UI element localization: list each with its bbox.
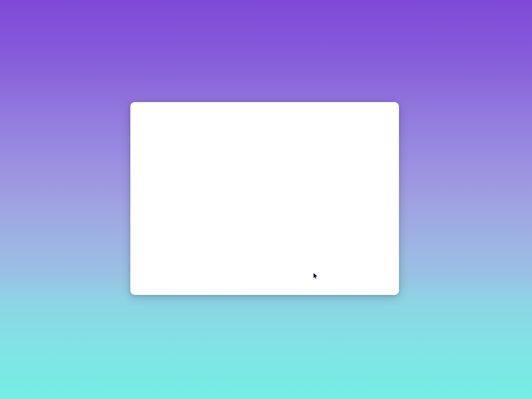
blank-card xyxy=(130,102,399,295)
